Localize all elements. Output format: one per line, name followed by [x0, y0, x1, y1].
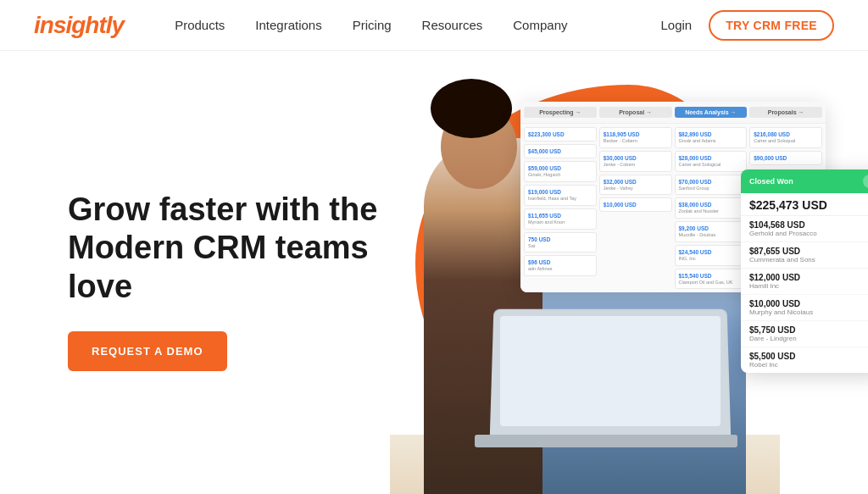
pipeline-item: $24,540 USDING, Inc	[675, 245, 748, 266]
hero-right: Prospecting → Proposal → Needs Analysis …	[390, 68, 834, 494]
col-header-prospecting: Prospecting →	[524, 107, 597, 118]
closed-won-label: Closed Won	[749, 177, 793, 186]
nav-company[interactable]: Company	[513, 18, 567, 32]
cw-item-1: $104,568 USD Gerhold and Prosacco	[741, 216, 868, 242]
hero-section: Grow faster with the Modern CRM teams lo…	[0, 51, 868, 494]
brand-logo[interactable]: insightly	[34, 12, 124, 39]
pipeline-item: $15,540 USDClareport Oil and Gas, UK	[675, 269, 748, 290]
nav-resources[interactable]: Resources	[422, 18, 483, 32]
col-header-proposal: Proposal →	[599, 107, 672, 118]
hero-title: Grow faster with the Modern CRM teams lo…	[68, 191, 390, 307]
pipeline-item: $32,000 USDJenke - Vafrey	[599, 175, 672, 196]
try-crm-button[interactable]: TRY CRM FREE	[709, 10, 834, 41]
pipeline-item: $10,000 USD	[599, 197, 672, 212]
col-header-proposals: Proposals →	[749, 107, 822, 118]
pipeline-item: $28,000 USDCarter and Sological	[675, 151, 748, 172]
request-demo-button[interactable]: REQUEST A DEMO	[68, 331, 227, 371]
pipeline-item: $45,000 USD	[524, 144, 597, 158]
closed-won-total: $225,473 USD	[741, 193, 868, 216]
nav-pricing[interactable]: Pricing	[353, 18, 392, 32]
pipeline-item: $96 USDadn Airlines	[524, 255, 597, 276]
pipeline-col-1: $223,300 USD $45,000 USD $59,000 USDGins…	[524, 127, 597, 289]
pipeline-item: $216,080 USDCarter and Soloqual	[749, 127, 822, 148]
closed-won-count: 6	[863, 175, 868, 188]
nav-products[interactable]: Products	[175, 18, 225, 32]
pipeline-header: Prospecting → Proposal → Needs Analysis …	[520, 102, 826, 124]
closed-won-card: Closed Won 6 $225,473 USD $104,568 USD G…	[741, 169, 868, 373]
navbar: insightly Products Integrations Pricing …	[0, 0, 868, 51]
cw-item-4: $10,000 USD Murphy and Nicolaus	[741, 295, 868, 321]
closed-won-header: Closed Won 6	[741, 169, 868, 193]
pipeline-item: $19,000 USDIvanfield, Haas and Tay	[524, 185, 597, 206]
pipeline-item: 750 USDSat	[524, 232, 597, 253]
login-link[interactable]: Login	[660, 18, 692, 32]
pipeline-item: $38,000 USDZoolak and Nussler	[675, 197, 748, 219]
cw-item-3: $12,000 USD Hamill Inc	[741, 269, 868, 295]
cw-item-6: $5,500 USD Robel Inc	[741, 347, 868, 373]
pipeline-item: $90,000 USD	[749, 151, 822, 165]
pipeline-item: $11,655 USDMyriam and Knorr	[524, 208, 597, 230]
pipeline-item: $30,000 USDJenke - Cobern	[599, 151, 672, 172]
nav-integrations[interactable]: Integrations	[255, 18, 321, 32]
pipeline-col-3: $82,890 USDGrodz and Adams $28,000 USDCa…	[675, 127, 748, 289]
pipeline-item: $223,300 USD	[524, 127, 597, 142]
hero-left: Grow faster with the Modern CRM teams lo…	[68, 191, 390, 372]
pipeline-item: $118,905 USDBecker - Cobern	[599, 127, 672, 148]
pipeline-item: $9,200 USDMuzzille - Doubas	[675, 221, 748, 242]
nav-links: Products Integrations Pricing Resources …	[175, 18, 660, 32]
nav-right: Login TRY CRM FREE	[660, 10, 834, 41]
col-header-needs: Needs Analysis →	[675, 107, 748, 118]
pipeline-item: $82,890 USDGrodz and Adams	[675, 127, 748, 148]
pipeline-item: $59,000 USDGinski, Hogsich	[524, 161, 597, 182]
pipeline-col-2: $118,905 USDBecker - Cobern $30,000 USDJ…	[599, 127, 672, 289]
pipeline-item: $70,000 USDSanford Group	[675, 175, 748, 196]
cw-item-2: $87,655 USD Cummerata and Sons	[741, 242, 868, 269]
closed-won-items: $104,568 USD Gerhold and Prosacco $87,65…	[741, 216, 868, 373]
cw-item-5: $5,750 USD Dare - Lindgren	[741, 321, 868, 347]
